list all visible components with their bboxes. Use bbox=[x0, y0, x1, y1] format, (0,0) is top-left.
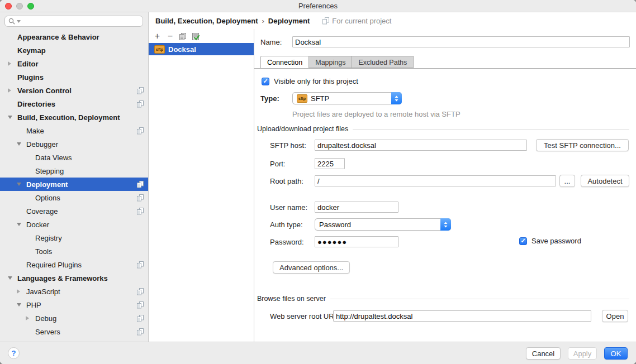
sftp-host-input[interactable] bbox=[315, 140, 527, 151]
sidebar-item-plugins[interactable]: Plugins bbox=[0, 70, 148, 84]
upload-section-header: Upload/download project files bbox=[257, 125, 636, 133]
sidebar-item-coverage[interactable]: Coverage bbox=[0, 204, 148, 218]
sidebar-item-label: Make bbox=[26, 127, 44, 135]
tree-right-arrow-icon[interactable] bbox=[8, 61, 17, 66]
settings-sidebar: Appearance & BehaviorKeymapEditorPlugins… bbox=[0, 12, 149, 342]
for-current-project-icon bbox=[137, 315, 144, 322]
sidebar-item-required-plugins[interactable]: Required Plugins bbox=[0, 258, 148, 271]
sidebar-item-make[interactable]: Make bbox=[0, 124, 148, 137]
web-root-url-input[interactable] bbox=[333, 310, 591, 322]
test-sftp-connection-button[interactable]: Test SFTP connection... bbox=[536, 139, 629, 151]
auth-type-value: Password bbox=[319, 221, 351, 229]
sidebar-item-php[interactable]: PHP bbox=[0, 298, 148, 312]
name-input[interactable] bbox=[292, 36, 630, 47]
password-input[interactable] bbox=[315, 236, 398, 247]
scope-label: For current project bbox=[332, 17, 391, 25]
for-current-project-icon bbox=[137, 127, 144, 135]
tree-down-arrow-icon[interactable] bbox=[17, 183, 26, 186]
sidebar-item-languages-frameworks[interactable]: Languages & Frameworks bbox=[0, 271, 148, 285]
use-as-default-icon bbox=[192, 32, 200, 41]
help-button[interactable]: ? bbox=[8, 347, 20, 359]
tree-right-arrow-icon[interactable] bbox=[8, 88, 17, 93]
type-dropdown[interactable]: sftp SFTP bbox=[292, 92, 402, 104]
search-options-caret-icon[interactable] bbox=[17, 20, 21, 23]
sidebar-item-options[interactable]: Options bbox=[0, 191, 148, 204]
tree-right-arrow-icon[interactable] bbox=[17, 289, 26, 294]
settings-tabs: Connection Mappings Excluded Paths bbox=[260, 56, 414, 69]
sidebar-item-appearance-behavior[interactable]: Appearance & Behavior bbox=[0, 30, 148, 44]
sidebar-item-stepping[interactable]: Stepping bbox=[0, 164, 148, 178]
section-title: Upload/download project files bbox=[257, 125, 348, 133]
sidebar-item-label: Build, Execution, Deployment bbox=[17, 113, 120, 122]
sidebar-item-deployment[interactable]: Deployment bbox=[0, 178, 148, 191]
sidebar-item-label: Appearance & Behavior bbox=[17, 33, 99, 41]
use-as-default-button[interactable] bbox=[189, 31, 202, 42]
sidebar-item-build-execution-deployment[interactable]: Build, Execution, Deployment bbox=[0, 111, 148, 124]
apply-button[interactable]: Apply bbox=[568, 347, 597, 360]
tree-down-arrow-icon[interactable] bbox=[8, 276, 17, 280]
advanced-options-button[interactable]: Advanced options... bbox=[273, 261, 350, 274]
breadcrumb-segment[interactable]: Build, Execution, Deployment bbox=[155, 17, 258, 25]
autodetect-button[interactable]: Autodetect bbox=[581, 175, 629, 187]
deployment-settings-panel: Name: Connection Mappings Excluded Paths… bbox=[254, 29, 636, 342]
sidebar-item-servers[interactable]: Servers bbox=[0, 325, 148, 338]
settings-search-input[interactable] bbox=[4, 16, 143, 27]
sidebar-item-directories[interactable]: Directories bbox=[0, 97, 148, 111]
for-current-project-icon bbox=[137, 328, 144, 336]
tab-excluded-paths[interactable]: Excluded Paths bbox=[352, 56, 414, 68]
sidebar-item-registry[interactable]: Registry bbox=[0, 231, 148, 245]
root-path-input[interactable] bbox=[315, 175, 556, 186]
save-password-checkbox[interactable]: ✓ bbox=[519, 237, 527, 245]
sidebar-item-label: Languages & Frameworks bbox=[17, 274, 108, 282]
sidebar-item-label: Tools bbox=[35, 247, 52, 256]
add-server-button[interactable]: + bbox=[151, 31, 164, 42]
for-current-project-icon bbox=[137, 288, 144, 295]
remove-server-button[interactable]: − bbox=[164, 31, 177, 42]
sidebar-item-label: Directories bbox=[17, 100, 55, 108]
for-current-project-icon bbox=[137, 181, 144, 188]
breadcrumb-segment[interactable]: Deployment bbox=[268, 17, 310, 25]
tree-down-arrow-icon[interactable] bbox=[17, 223, 26, 226]
tree-down-arrow-icon[interactable] bbox=[8, 116, 17, 119]
sidebar-item-label: Registry bbox=[35, 234, 62, 242]
visible-only-checkbox[interactable]: ✓ bbox=[262, 78, 269, 85]
browse-section-header: Browse files on server bbox=[257, 295, 636, 303]
section-divider bbox=[330, 299, 629, 299]
sidebar-item-debugger[interactable]: Debugger bbox=[0, 137, 148, 151]
server-list-item-docksal[interactable]: sftp Docksal bbox=[149, 43, 254, 55]
sidebar-item-javascript[interactable]: JavaScript bbox=[0, 285, 148, 298]
browse-root-path-button[interactable]: ... bbox=[559, 175, 575, 187]
for-current-project-icon bbox=[137, 301, 144, 309]
cancel-button[interactable]: Cancel bbox=[526, 347, 561, 360]
auth-type-dropdown[interactable]: Password bbox=[315, 218, 451, 231]
port-label: Port: bbox=[270, 160, 285, 168]
user-name-input[interactable] bbox=[315, 202, 398, 213]
copy-server-button[interactable] bbox=[177, 31, 189, 42]
open-url-button[interactable]: Open bbox=[602, 310, 628, 322]
sidebar-item-version-control[interactable]: Version Control bbox=[0, 84, 148, 97]
dropdown-chevrons-icon bbox=[440, 218, 451, 231]
ok-button[interactable]: OK bbox=[604, 347, 628, 360]
server-list-panel: + − sftp Docksal bbox=[149, 29, 254, 342]
sidebar-item-debug[interactable]: Debug bbox=[0, 312, 148, 325]
port-input[interactable] bbox=[315, 158, 345, 169]
tree-right-arrow-icon[interactable] bbox=[26, 316, 35, 320]
user-name-label: User name: bbox=[270, 203, 307, 212]
sidebar-item-keymap[interactable]: Keymap bbox=[0, 44, 148, 57]
tab-connection[interactable]: Connection bbox=[260, 56, 309, 69]
settings-tree: Appearance & BehaviorKeymapEditorPlugins… bbox=[0, 30, 148, 338]
tab-mappings[interactable]: Mappings bbox=[309, 56, 352, 68]
sidebar-item-tools[interactable]: Tools bbox=[0, 245, 148, 258]
sidebar-item-data-views[interactable]: Data Views bbox=[0, 151, 148, 164]
sidebar-item-docker[interactable]: Docker bbox=[0, 218, 148, 231]
sidebar-item-label: Stepping bbox=[35, 167, 64, 175]
tree-down-arrow-icon[interactable] bbox=[17, 303, 26, 306]
sidebar-item-label: Data Views bbox=[35, 154, 72, 162]
sidebar-item-editor[interactable]: Editor bbox=[0, 57, 148, 70]
visible-only-row: ✓ Visible only for this project bbox=[262, 77, 358, 85]
sidebar-item-label: Plugins bbox=[17, 73, 44, 82]
sidebar-item-label: Keymap bbox=[17, 46, 46, 55]
tree-down-arrow-icon[interactable] bbox=[17, 142, 26, 146]
type-label: Type: bbox=[260, 94, 279, 103]
dialog-footer: ? Cancel Apply OK bbox=[0, 342, 636, 364]
